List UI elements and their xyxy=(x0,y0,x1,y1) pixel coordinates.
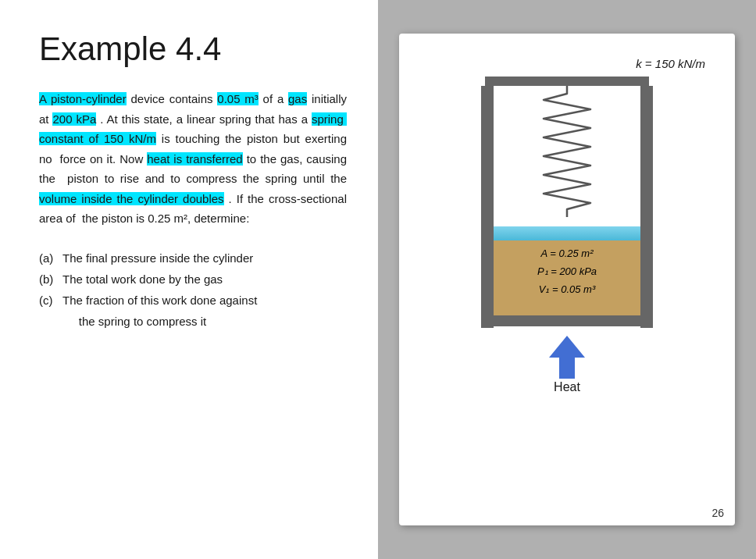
part-b: (b) The total work done by the gas xyxy=(39,269,347,290)
volume-label: V₁ = 0.05 m³ xyxy=(494,281,640,299)
cylinder-body: A = 0.25 m² P₁ = 200 kPa V₁ = 0.05 m³ xyxy=(481,86,653,328)
highlight-heat-transferred: heat is transferred xyxy=(147,152,243,166)
problem-text: A piston-cylinder device contains 0.05 m… xyxy=(39,89,347,229)
gas-chamber: A = 0.25 m² P₁ = 200 kPa V₁ = 0.05 m³ xyxy=(494,240,640,315)
spring-constant-label: k = 150 kN/m xyxy=(636,57,705,70)
part-c-text: The fraction of this work done against t… xyxy=(62,290,257,332)
heat-arrow-icon xyxy=(547,336,587,379)
part-a: (a) The final pressure inside the cylind… xyxy=(39,247,347,269)
right-support xyxy=(640,86,653,328)
heat-label: Heat xyxy=(554,380,580,394)
page-title: Example 4.4 xyxy=(39,31,347,67)
svg-marker-0 xyxy=(549,336,585,379)
cylinder-diagram: A = 0.25 m² P₁ = 200 kPa V₁ = 0.05 m³ He… xyxy=(481,77,653,394)
part-b-text: The total work done by the gas xyxy=(62,269,223,290)
gas-info: A = 0.25 m² P₁ = 200 kPa V₁ = 0.05 m³ xyxy=(494,240,640,298)
bottom-wall xyxy=(489,315,645,326)
part-b-label: (b) xyxy=(39,269,55,290)
highlight-piston-cylinder: A piston-cylinder xyxy=(39,92,127,105)
piston xyxy=(494,226,640,240)
highlight-volume: 0.05 m³ xyxy=(217,92,258,105)
highlight-pressure: 200 kPa xyxy=(52,112,96,126)
left-panel: Example 4.4 A piston-cylinder device con… xyxy=(0,0,378,559)
part-a-text: The final pressure inside the cylinder xyxy=(62,247,253,269)
text-device-contains: device contains xyxy=(130,92,217,105)
text-of-a: of a xyxy=(263,92,288,105)
pressure-label: P₁ = 200 kPa xyxy=(494,263,640,281)
area-label: A = 0.25 m² xyxy=(494,245,640,263)
part-c-label: (c) xyxy=(39,290,55,332)
slide-number: 26 xyxy=(711,507,724,519)
right-panel: k = 150 kN/m xyxy=(378,0,756,559)
highlight-volume-doubles: volume inside the cylinder doubles xyxy=(39,192,224,205)
parts-list: (a) The final pressure inside the cylind… xyxy=(39,247,347,332)
spring-svg xyxy=(536,86,598,226)
diagram-card: k = 150 kN/m xyxy=(399,34,735,525)
heat-area: Heat xyxy=(481,336,653,394)
part-c: (c) The fraction of this work done again… xyxy=(39,290,347,332)
highlight-gas: gas xyxy=(288,92,307,105)
left-support xyxy=(481,86,494,328)
part-a-label: (a) xyxy=(39,247,55,269)
text-at-this-state: . At this state, a linear spring that ha… xyxy=(100,112,312,126)
top-plate xyxy=(485,77,649,86)
